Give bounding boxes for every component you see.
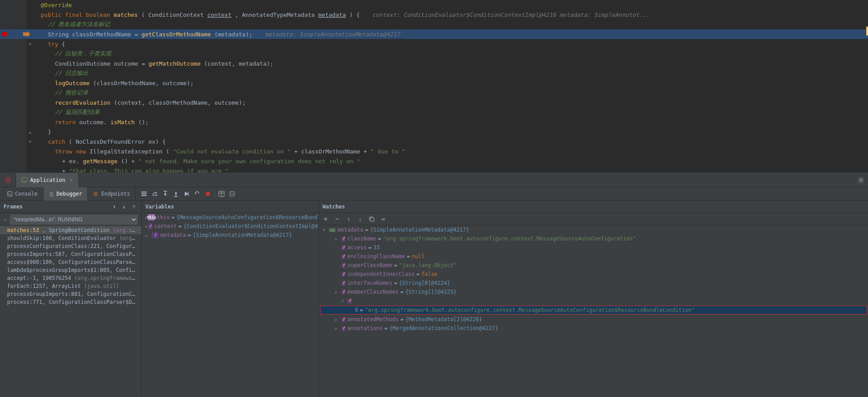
- step-over-btn[interactable]: [150, 189, 160, 199]
- code-content: // 类名或者方法名标记: [34, 20, 868, 28]
- reset-icon: [194, 191, 200, 197]
- code-line: // 比较类，子类实现: [0, 49, 868, 59]
- field-icon: f: [341, 245, 346, 250]
- watch-loop-btn[interactable]: ∞: [378, 214, 388, 224]
- watch-up-btn[interactable]: ↑: [344, 214, 354, 224]
- line-gutter: [0, 68, 27, 78]
- collapse-icon: [229, 191, 235, 197]
- expand-icon[interactable]: ▶: [335, 290, 341, 295]
- watch-superclass[interactable]: f superClassName = "java.lang.Object": [319, 261, 868, 270]
- watch-annotated-methods[interactable]: ▶ f annotatedMethods = {MethodMetadata[2…: [319, 315, 868, 324]
- frame-item[interactable]: process:771, ConfigurationClassParser$De…: [0, 298, 141, 306]
- debugger-tab[interactable]: Debugger: [43, 187, 88, 200]
- frame-item[interactable]: shouldSkip:108, ConditionEvaluator (org.…: [0, 234, 141, 242]
- frame-item[interactable]: access$900:109, ConfigurationClassParser…: [0, 258, 141, 266]
- frame-item[interactable]: processConfigurationClass:221, Configura…: [0, 242, 141, 250]
- debug-settings-button[interactable]: [854, 173, 868, 187]
- frames-title: Frames: [4, 204, 23, 210]
- variable-metadata[interactable]: ▶ f metadata = {SimpleAnnotationMetadata…: [142, 231, 319, 240]
- frames-header: Frames ↑ ↓ ▽: [0, 200, 141, 213]
- field-type-icon: f: [148, 223, 152, 229]
- watch-interface-names[interactable]: f interfaceNames = {String[0]@4224}: [319, 279, 868, 287]
- field-icon: f: [341, 236, 346, 241]
- watch-annotations[interactable]: ▶ f annotations = {MergedAnnotationsColl…: [319, 324, 868, 333]
- expand-icon[interactable]: ▶: [335, 317, 341, 322]
- toolbar-separator: [214, 190, 215, 197]
- frame-item[interactable]: processImports:587, ConfigurationClassPa…: [0, 250, 141, 258]
- step-out-btn[interactable]: [171, 189, 181, 199]
- console-tab[interactable]: Console: [2, 187, 43, 200]
- frame-item[interactable]: forEach:1257, ArrayList (java.util): [0, 282, 141, 290]
- line-gutter: [0, 127, 27, 137]
- watch-array-item-0[interactable]: 0 = "org.springframework.boot.autoconfig…: [320, 306, 867, 314]
- variable-this[interactable]: ▶ this this = {MessageSourceAutoConfigur…: [142, 213, 319, 222]
- watch-member-class-names[interactable]: ▶ f memberClassNames = {String[1]@4225}: [319, 287, 868, 296]
- debug-panel: Application × Console: [0, 173, 868, 397]
- expand-icon[interactable]: ▼: [341, 299, 347, 303]
- reset-frame-btn[interactable]: [192, 189, 202, 199]
- code-line: return outcome. isMatch ();: [0, 117, 868, 127]
- watch-type-icon: oo: [329, 228, 336, 232]
- watch-independent[interactable]: f independentInnerClass = false: [319, 270, 868, 279]
- toggle-table-btn[interactable]: [217, 189, 226, 199]
- watch-array-expand[interactable]: ▼ f: [319, 296, 868, 305]
- code-content: recordEvaluation (context, classOrMethod…: [34, 99, 868, 106]
- watch-remove-btn[interactable]: −: [332, 214, 342, 224]
- code-content: catch ( NoClassDefFoundError ex) {: [34, 138, 868, 145]
- watch-access[interactable]: f access = 33: [319, 243, 868, 252]
- svg-line-5: [5, 180, 6, 181]
- frames-filter-btn[interactable]: ▽: [130, 203, 138, 211]
- field-icon: f: [341, 254, 346, 259]
- watch-down-btn[interactable]: ↓: [355, 214, 365, 224]
- collapse-btn[interactable]: [227, 189, 237, 199]
- endpoints-tab[interactable]: Endpoints: [88, 187, 136, 200]
- field-icon: f: [341, 281, 346, 286]
- code-line: @Override: [0, 0, 868, 10]
- expand-icon[interactable]: ▶: [335, 326, 341, 331]
- line-gutter: [0, 39, 27, 49]
- application-tab[interactable]: Application ×: [16, 173, 79, 187]
- field-icon: f: [341, 317, 346, 322]
- frames-actions: ↑ ↓ ▽: [110, 203, 138, 211]
- app-tab-close[interactable]: ×: [70, 177, 73, 183]
- watch-metadata-root[interactable]: ▼ oo metadata = {SimpleAnnotationMetadat…: [319, 225, 868, 234]
- expand-icon[interactable]: ▶: [335, 236, 341, 241]
- stop-btn[interactable]: [203, 189, 213, 199]
- svg-line-16: [52, 192, 53, 192]
- watch-add-btn[interactable]: +: [321, 214, 331, 224]
- thread-selector[interactable]: *restartedMa...in": RUNNING: [10, 215, 138, 224]
- line-gutter: [0, 88, 27, 98]
- endpoints-tab-label: Endpoints: [101, 191, 130, 197]
- frame-item[interactable]: lambda$processGroupImports$1:805, Config…: [0, 266, 141, 274]
- variable-context[interactable]: ▶ f context = {ConditionEvaluator$Condit…: [142, 222, 319, 231]
- watch-var-value: {SimpleAnnotationMetadata@4217}: [370, 227, 469, 233]
- step-into-btn[interactable]: [160, 189, 170, 199]
- frame-item[interactable]: accept:-1, 190576254 (org.springframewor…: [0, 274, 141, 282]
- code-line: // 日志输出: [0, 68, 868, 78]
- copy-icon: [369, 216, 375, 222]
- highlighted-code-line: String classOrMethodName = getClassOrMet…: [0, 29, 868, 39]
- frame-item[interactable]: matches:53 , SpringBootCondition [org.sp…: [0, 226, 141, 234]
- var-expand-icon[interactable]: ▶: [145, 233, 152, 238]
- show-frames-btn[interactable]: [139, 189, 149, 199]
- svg-rect-39: [370, 218, 374, 221]
- line-gutter: [0, 20, 27, 29]
- svg-marker-32: [195, 193, 196, 194]
- watch-expand-icon[interactable]: ▼: [323, 228, 329, 232]
- frames-down-btn[interactable]: ↓: [120, 203, 128, 211]
- watch-copy-btn[interactable]: [367, 214, 377, 224]
- code-line: ▲ }: [0, 127, 868, 137]
- debugger-icon: [49, 191, 54, 197]
- variables-list: ▶ this this = {MessageSourceAutoConfigur…: [142, 213, 319, 397]
- watch-enclosing[interactable]: f enclosingClassName = null: [319, 252, 868, 261]
- frame-item[interactable]: processGroupImports:801, ConfigurationCl…: [0, 290, 141, 298]
- debugger-tab-label: Debugger: [57, 191, 82, 197]
- watch-classname[interactable]: ▶ f className = "org.springframework.boo…: [319, 234, 868, 243]
- run-to-cursor-btn[interactable]: [182, 189, 191, 199]
- field-icon: f: [341, 290, 346, 295]
- stop-icon: [205, 191, 211, 197]
- frames-up-btn[interactable]: ↑: [110, 203, 118, 211]
- fold-icon: ▼: [27, 139, 34, 144]
- field-icon: f: [341, 326, 346, 331]
- svg-rect-18: [141, 192, 147, 193]
